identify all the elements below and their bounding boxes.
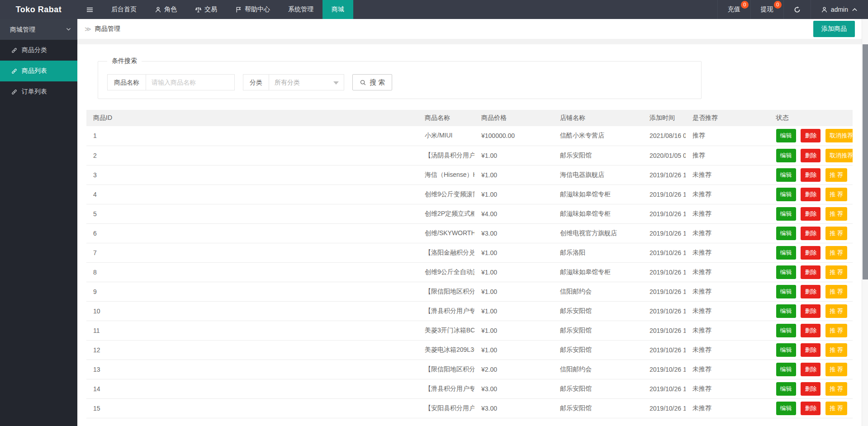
- store-name: 信阳邮约会: [553, 360, 643, 379]
- toggle-recommend-button[interactable]: 推 荐: [825, 343, 847, 357]
- edit-button[interactable]: 编辑: [776, 227, 796, 240]
- toggle-recommend-button[interactable]: 推 荐: [825, 382, 847, 396]
- status-actions: 编辑 删除 推 荐: [769, 321, 853, 340]
- recommend-status: 未推荐: [686, 165, 769, 185]
- delete-button[interactable]: 删除: [801, 227, 821, 240]
- delete-button[interactable]: 删除: [801, 402, 821, 415]
- store-name: 邮乐安阳馆: [553, 301, 643, 321]
- added-time: 2019/10/26 10:11 am.: [643, 340, 686, 360]
- status-actions: 编辑 删除 推 荐: [769, 301, 853, 321]
- delete-button[interactable]: 删除: [801, 382, 821, 396]
- edit-button[interactable]: 编辑: [776, 304, 796, 318]
- edit-button[interactable]: 编辑: [776, 207, 796, 221]
- product-price: ¥3.00: [474, 398, 553, 418]
- delete-button[interactable]: 删除: [801, 363, 821, 376]
- toggle-recommend-button[interactable]: 推 荐: [825, 324, 847, 337]
- recommend-status: 未推荐: [686, 340, 769, 360]
- username: admin: [831, 6, 848, 13]
- nav-item-trade[interactable]: 交易: [186, 0, 226, 19]
- sidebar-group-mall-management[interactable]: 商城管理: [0, 19, 77, 40]
- toggle-recommend-button[interactable]: 推 荐: [825, 227, 847, 240]
- sidebar-item-product-list[interactable]: 商品列表: [0, 61, 77, 81]
- nav-item-mall[interactable]: 商城: [323, 0, 353, 19]
- toggle-recommend-button[interactable]: 推 荐: [825, 188, 847, 201]
- nav-item-home[interactable]: 后台首页: [102, 0, 146, 19]
- table-row: 10 【滑县积分用户专享】创维电器洗衣机9公斤波轮安阳 ¥1.00 邮乐安阳馆 …: [86, 301, 853, 321]
- delete-button[interactable]: 删除: [801, 285, 821, 298]
- toggle-recommend-button[interactable]: 取消推荐: [825, 149, 853, 162]
- product-price: ¥1.00: [474, 146, 553, 165]
- product-price: ¥3.00: [474, 379, 553, 398]
- search-icon: [360, 79, 366, 86]
- nav-item-system[interactable]: 系统管理: [279, 0, 323, 19]
- recommend-status: 推荐: [686, 146, 769, 165]
- product-price: ¥100000.00: [474, 126, 553, 146]
- toggle-recommend-button[interactable]: 推 荐: [825, 207, 847, 221]
- delete-button[interactable]: 删除: [801, 129, 821, 142]
- store-name: 邮乐安阳馆: [553, 379, 643, 398]
- column-header: 商品价格: [474, 110, 553, 126]
- person-icon: [155, 6, 161, 13]
- edit-button[interactable]: 编辑: [776, 363, 796, 376]
- edit-button[interactable]: 编辑: [776, 188, 796, 201]
- table-row: 2 【汤阴县积分用户专享】洗衣机XpB—126-9896S ¥1.00 邮乐安阳…: [86, 146, 853, 165]
- added-time: 2019/10/26 10:11 am.: [643, 262, 686, 282]
- product-name: 创维9公斤全自动波轮洗衣机，型号XQB90-52BAS淡雅银如皋免费送货上门，南…: [418, 262, 474, 282]
- delete-button[interactable]: 删除: [801, 304, 821, 318]
- scrollbar-thumb[interactable]: [863, 44, 868, 279]
- recharge-button[interactable]: 充值 0: [717, 0, 750, 19]
- menu-toggle-button[interactable]: [77, 0, 102, 19]
- status-actions: 编辑 删除 推 荐: [769, 165, 853, 185]
- recommend-status: 未推荐: [686, 204, 769, 223]
- delete-button[interactable]: 删除: [801, 207, 821, 221]
- product-name: 创维/SKYWORTH 58H8M 58英寸4K超高清全面屏防蓝光人工智能语音H…: [418, 223, 474, 243]
- delete-button[interactable]: 删除: [801, 246, 821, 260]
- toggle-recommend-button[interactable]: 推 荐: [825, 265, 847, 279]
- search-button[interactable]: 搜 索: [352, 74, 392, 90]
- toggle-recommend-button[interactable]: 推 荐: [825, 168, 847, 182]
- product-id: 15: [86, 398, 418, 418]
- edit-button[interactable]: 编辑: [776, 129, 796, 142]
- delete-button[interactable]: 删除: [801, 149, 821, 162]
- toggle-recommend-button[interactable]: 推 荐: [825, 304, 847, 318]
- product-name-input[interactable]: [146, 74, 235, 90]
- edit-button[interactable]: 编辑: [776, 402, 796, 415]
- column-header: 添加时间: [643, 110, 686, 126]
- edit-button[interactable]: 编辑: [776, 149, 796, 162]
- delete-button[interactable]: 删除: [801, 343, 821, 357]
- edit-button[interactable]: 编辑: [776, 343, 796, 357]
- toggle-recommend-button[interactable]: 推 荐: [825, 246, 847, 260]
- withdraw-badge: 0: [774, 1, 782, 9]
- refresh-button[interactable]: [783, 0, 811, 19]
- sidebar-item-product-category[interactable]: 商品分类: [0, 40, 77, 61]
- added-time: 2019/10/26 10:11 am.: [643, 301, 686, 321]
- edit-button[interactable]: 编辑: [776, 285, 796, 298]
- added-time: 2021/08/16 08:28 pm.: [643, 126, 686, 146]
- flag-icon: [235, 6, 242, 13]
- edit-button[interactable]: 编辑: [776, 168, 796, 182]
- table-body: 1 小米/MIUI ¥100000.00 信酷小米专营店 2021/08/16 …: [86, 126, 853, 418]
- withdraw-button[interactable]: 提现 0: [750, 0, 783, 19]
- table-row: 11 美菱3开门冰箱BCD-209M3CX【汤阴县积分兑换专用，其他下单不发货】…: [86, 321, 853, 340]
- toggle-recommend-button[interactable]: 推 荐: [825, 363, 847, 376]
- edit-button[interactable]: 编辑: [776, 324, 796, 337]
- delete-button[interactable]: 删除: [801, 265, 821, 279]
- toggle-recommend-button[interactable]: 推 荐: [825, 285, 847, 298]
- delete-button[interactable]: 删除: [801, 188, 821, 201]
- sidebar-item-order-list[interactable]: 订单列表: [0, 81, 77, 102]
- category-select[interactable]: 所有分类: [269, 74, 344, 90]
- product-name: 海信（Hisense）HZ39E35A 39英寸高清手机交互 轻薄金属 WIFI…: [418, 165, 474, 185]
- brand-logo: Toko Rabat: [0, 0, 77, 19]
- edit-button[interactable]: 编辑: [776, 382, 796, 396]
- nav-item-roles[interactable]: 角色: [146, 0, 186, 19]
- user-menu[interactable]: admin: [811, 0, 868, 19]
- add-product-button[interactable]: 添加商品: [813, 21, 855, 37]
- product-name-group: 商品名称: [107, 74, 235, 90]
- toggle-recommend-button[interactable]: 推 荐: [825, 402, 847, 415]
- nav-item-help-center[interactable]: 帮助中心: [226, 0, 279, 19]
- edit-button[interactable]: 编辑: [776, 246, 796, 260]
- toggle-recommend-button[interactable]: 取消推荐: [825, 129, 853, 142]
- delete-button[interactable]: 删除: [801, 168, 821, 182]
- delete-button[interactable]: 删除: [801, 324, 821, 337]
- edit-button[interactable]: 编辑: [776, 265, 796, 279]
